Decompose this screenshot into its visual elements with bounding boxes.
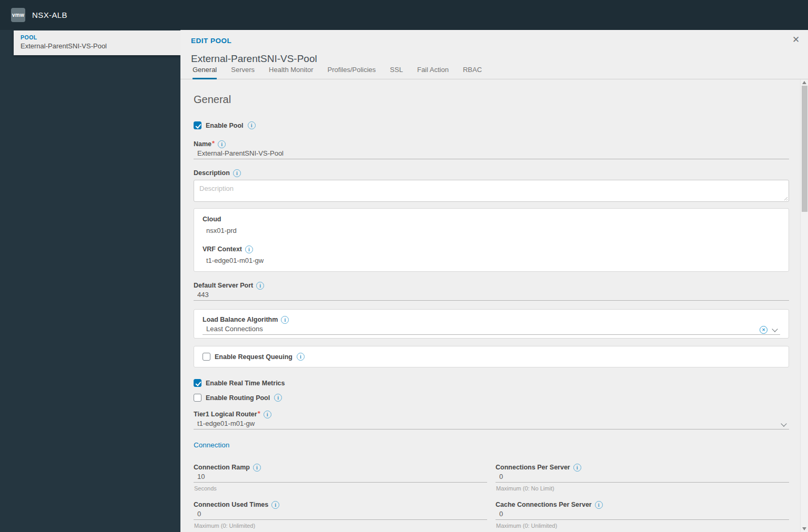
default-server-port-field-group: Default Server Port [194, 282, 789, 301]
tab-bar: General Servers Health Monitor Profiles/… [193, 66, 482, 79]
enable-request-queuing-label: Enable Request Queuing [215, 353, 292, 361]
pool-name-label: External-ParentSNI-VS-Pool [21, 42, 180, 50]
routing-pool-row: Enable Routing Pool [194, 394, 789, 402]
connection-grid: Connection Ramp Seconds Connections Per … [194, 464, 789, 529]
sidebar: POOL External-ParentSNI-VS-Pool [0, 30, 180, 532]
clear-selection-icon[interactable] [760, 326, 767, 334]
tier1-logical-router-label: Tier1 Logical Router [194, 411, 257, 418]
info-icon[interactable] [573, 464, 581, 472]
tab-ssl[interactable]: SSL [390, 66, 403, 79]
top-navigation-bar: vmw NSX-ALB [0, 0, 808, 30]
enable-request-queuing-checkbox[interactable] [203, 353, 210, 361]
required-asterisk: * [212, 139, 215, 147]
connections-per-server-field-group: Connections Per Server Maximum (0: No Li… [496, 464, 789, 492]
info-icon[interactable] [245, 245, 253, 253]
enable-real-time-metrics-checkbox[interactable] [194, 379, 201, 387]
cloud-info-box: Cloud nsx01-prd VRF Context t1-edge01-m0… [194, 208, 789, 272]
connection-used-times-input[interactable] [194, 509, 487, 520]
vertical-scrollbar[interactable] [800, 79, 808, 532]
section-heading-general: General [194, 95, 789, 105]
page-title: External-ParentSNI-VS-Pool [191, 53, 317, 65]
connection-used-times-field-group: Connection Used Times Maximum (0: Unlimi… [194, 501, 487, 529]
info-icon[interactable] [248, 121, 256, 129]
tab-fail-action[interactable]: Fail Action [417, 66, 449, 79]
tab-servers[interactable]: Servers [231, 66, 255, 79]
connections-per-server-input[interactable] [496, 472, 789, 483]
cloud-field-group: Cloud nsx01-prd [203, 216, 780, 234]
tier1-logical-router-field-group: Tier1 Logical Router * [194, 411, 789, 429]
real-time-metrics-row: Enable Real Time Metrics [194, 379, 789, 387]
tab-profiles-policies[interactable]: Profiles/Policies [328, 66, 376, 79]
cache-connections-per-server-field-group: Cache Connections Per Server Maximum (0:… [496, 501, 789, 529]
cloud-value: nsx01-prd [206, 227, 780, 234]
request-queuing-box: Enable Request Queuing [194, 346, 789, 367]
section-heading-connection: Connection [194, 441, 789, 449]
pool-type-label: POOL [21, 34, 180, 40]
tier1-logical-router-select[interactable] [194, 419, 789, 429]
vrf-context-value: t1-edge01-m01-gw [206, 257, 780, 264]
scroll-down-icon[interactable] [802, 527, 806, 530]
vrf-context-label: VRF Context [203, 245, 242, 253]
default-server-port-input[interactable] [194, 290, 789, 301]
tab-health-monitor[interactable]: Health Monitor [269, 66, 314, 79]
info-icon[interactable] [218, 140, 226, 148]
scroll-up-icon[interactable] [802, 81, 806, 84]
app-title: NSX-ALB [32, 11, 67, 19]
vrf-context-field-group: VRF Context t1-edge01-m01-gw [203, 245, 780, 264]
cache-connections-per-server-input[interactable] [496, 509, 789, 520]
scrollbar-thumb[interactable] [802, 86, 807, 212]
connection-used-times-helper: Maximum (0: Unlimited) [194, 523, 487, 529]
load-balance-algorithm-select[interactable] [203, 324, 780, 335]
edit-pool-heading: EDIT POOL [191, 37, 231, 45]
name-input[interactable] [194, 149, 789, 159]
connection-ramp-label: Connection Ramp [194, 464, 250, 472]
enable-pool-label: Enable Pool [206, 122, 244, 129]
default-server-port-label: Default Server Port [194, 282, 253, 290]
sidebar-pool-card[interactable]: POOL External-ParentSNI-VS-Pool [14, 30, 180, 55]
info-icon[interactable] [595, 501, 603, 509]
info-icon[interactable] [256, 282, 264, 290]
connections-per-server-label: Connections Per Server [496, 464, 570, 472]
enable-real-time-metrics-label: Enable Real Time Metrics [206, 380, 285, 387]
load-balance-box: Load Balance Algorithm [194, 309, 789, 339]
enable-routing-pool-checkbox[interactable] [194, 394, 201, 402]
name-label: Name [194, 140, 211, 148]
tab-general[interactable]: General [193, 66, 217, 79]
info-icon[interactable] [271, 501, 279, 509]
required-asterisk: * [258, 410, 260, 417]
info-icon[interactable] [253, 464, 261, 472]
info-icon[interactable] [233, 169, 241, 177]
info-icon[interactable] [281, 316, 289, 324]
connection-ramp-field-group: Connection Ramp Seconds [194, 464, 487, 492]
edit-pool-panel: EDIT POOL External-ParentSNI-VS-Pool Gen… [180, 30, 808, 532]
cloud-label: Cloud [203, 216, 221, 223]
load-balance-algorithm-label: Load Balance Algorithm [203, 316, 278, 324]
description-textarea[interactable] [194, 180, 789, 202]
enable-pool-row: Enable Pool [194, 121, 789, 129]
connections-per-server-helper: Maximum (0: No Limit) [496, 486, 789, 492]
description-label: Description [194, 169, 230, 177]
enable-routing-pool-label: Enable Routing Pool [206, 394, 270, 402]
info-icon[interactable] [297, 353, 305, 361]
connection-ramp-input[interactable] [194, 472, 487, 483]
vmware-logo[interactable]: vmw [11, 8, 25, 22]
cache-connections-per-server-label: Cache Connections Per Server [496, 501, 592, 509]
cache-connections-per-server-helper: Maximum (0: Unlimited) [496, 523, 789, 529]
form-scroll-area: General Enable Pool Name * Description [180, 79, 800, 532]
close-icon[interactable] [789, 33, 803, 47]
description-field-group: Description [194, 169, 789, 202]
info-icon[interactable] [274, 394, 282, 402]
enable-pool-checkbox[interactable] [194, 121, 201, 129]
tab-rbac[interactable]: RBAC [463, 66, 482, 79]
name-field-group: Name * [194, 140, 789, 159]
connection-used-times-label: Connection Used Times [194, 501, 268, 509]
edit-pool-header: EDIT POOL External-ParentSNI-VS-Pool Gen… [180, 30, 808, 79]
info-icon[interactable] [264, 411, 271, 418]
connection-ramp-helper: Seconds [194, 486, 487, 492]
